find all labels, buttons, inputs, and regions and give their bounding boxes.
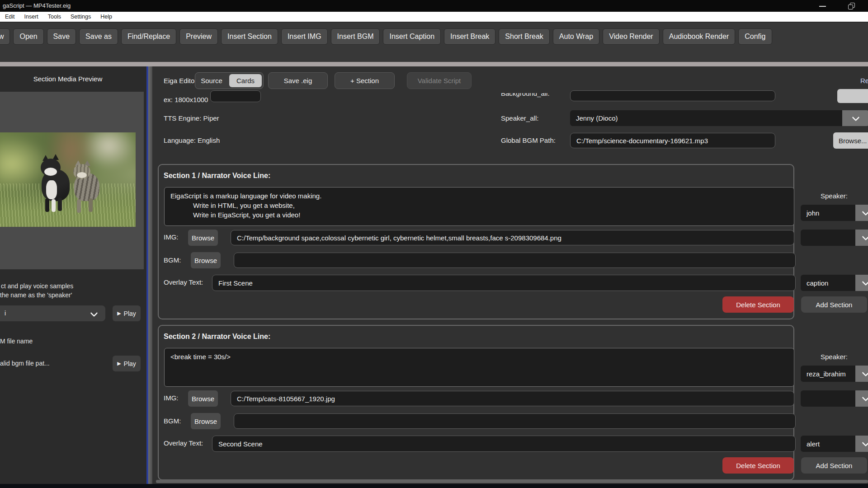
editor-title: Eiga Editor [164,77,197,84]
short-break-button[interactable]: Short Break [499,28,549,45]
chevron-down-icon [862,208,868,216]
voice-play-button[interactable]: ▶ Play [113,305,141,321]
menu-bar: Edit Insert Tools Settings Help [0,12,868,22]
img-fit-select[interactable] [801,390,855,407]
insert-img-button[interactable]: Insert IMG [281,28,328,45]
narrator-voice-textarea[interactable]: EigaScript is a markup language for vide… [164,187,794,226]
menu-item-settings[interactable]: Settings [71,14,91,20]
app-window: gaScript — MP4Tester.eig Edit Insert Too… [0,0,868,488]
bgm-play-label: Play [124,360,136,367]
toolbar: ew Open Save Save as Find/Replace Previe… [0,22,868,62]
bgm-play-button[interactable]: ▶ Play [113,356,141,371]
img-browse-button[interactable]: Browse [188,390,218,407]
overlay-text-input[interactable]: Second Scene [212,436,796,452]
window-title: gaScript — MP4Tester.eig [3,2,71,9]
chevron-down-icon [90,310,98,317]
menu-item-edit[interactable]: Edit [5,14,15,20]
img-browse-button[interactable]: Browse [188,230,218,246]
img-path-input[interactable]: C:/Temp/cats-8105667_1920.jpg [231,391,794,406]
tts-engine-label: TTS Engine: Piper [164,114,219,122]
speaker-all-label: Speaker_all: [501,114,538,122]
bgm-file-path-text: alid bgm file pat... [0,360,50,367]
bgm-path-input[interactable] [234,413,796,429]
overlay-style-select[interactable]: caption [801,275,855,291]
chevron-down-icon [862,278,868,286]
section-preview-image [0,132,136,227]
tab-source[interactable]: Source [195,73,228,89]
bgm-browse-button[interactable]: Browse [191,413,221,429]
minimize-icon[interactable] [819,6,826,7]
right-edge-text-fragment: Re [860,77,868,84]
speaker-select-button[interactable] [855,205,868,221]
insert-bgm-button[interactable]: Insert BGM [331,28,380,45]
new-button[interactable]: ew [0,28,10,45]
menu-item-tools[interactable]: Tools [48,14,61,20]
delete-section-button[interactable]: Delete Section [722,296,794,313]
tab-cards[interactable]: Cards [229,74,262,87]
overlay-style-select-button[interactable] [855,436,868,452]
plus-section-button[interactable]: + Section [335,72,395,89]
menu-item-help[interactable]: Help [100,14,112,20]
add-section-button[interactable]: Add Section [801,457,867,474]
section-header: Section 2 / Narrator Voice Line: [164,333,270,341]
save-eig-button[interactable]: Save .eig [268,72,328,89]
background-all-input[interactable] [570,90,775,101]
add-section-button[interactable]: Add Section [801,296,867,313]
kitten-art [73,160,105,215]
narrator-voice-textarea[interactable]: <break time = 30s/> [164,348,794,387]
img-fit-select-button[interactable] [855,390,868,407]
chevron-down-icon [862,394,868,402]
insert-caption-button[interactable]: Insert Caption [383,28,441,45]
global-bgm-browse-button[interactable]: Browse... [833,132,868,149]
speaker-select[interactable]: john [801,205,855,221]
section-card-1: Section 1 / Narrator Voice Line: EigaScr… [158,164,868,319]
save-button[interactable]: Save [47,28,76,45]
global-bgm-input[interactable]: C:/Temp/science-documentary-169621.mp3 [570,133,775,148]
config-button[interactable]: Config [738,28,772,45]
img-path-input[interactable]: C:/Temp/background space,colossal cybern… [231,230,794,245]
open-button[interactable]: Open [13,28,43,45]
chevron-down-icon [862,439,868,447]
title-bar: gaScript — MP4Tester.eig [0,0,868,12]
overlay-style-select-button[interactable] [855,275,868,291]
auto-wrap-button[interactable]: Auto Wrap [553,28,599,45]
overlay-style-select[interactable]: alert [801,436,855,452]
validate-script-button[interactable]: Validate Script [407,72,472,89]
bgm-browse-button[interactable]: Browse [191,252,221,268]
audiobook-render-button[interactable]: Audiobook Render [663,28,736,45]
chevron-down-icon [862,369,868,377]
insert-section-button[interactable]: Insert Section [221,28,278,45]
kitten-art [40,154,76,215]
overlay-text-input[interactable]: First Scene [212,275,796,291]
menu-item-insert[interactable]: Insert [24,14,38,20]
overlay-text-label: Overlay Text: [164,278,203,286]
play-icon: ▶ [117,310,121,316]
window-bottom-edge [0,484,868,488]
bgm-label: BGM: [164,417,181,425]
view-mode-tabs: Source Cards [195,72,264,89]
find-replace-button[interactable]: Find/Replace [121,28,176,45]
insert-break-button[interactable]: Insert Break [444,28,495,45]
chevron-down-icon [862,233,868,241]
save-as-button[interactable]: Save as [79,28,118,45]
editor-hscrollbar[interactable] [156,480,868,483]
preview-button[interactable]: Preview [179,28,218,45]
resolution-input[interactable] [210,90,261,102]
media-preview-panel [0,92,144,269]
video-render-button[interactable]: Video Render [603,28,660,45]
play-icon: ▶ [117,361,121,366]
background-all-browse-button[interactable] [837,89,868,103]
window-hscrollbar[interactable] [0,62,868,66]
voice-sample-hint-line1: ct and play voice samples [1,282,73,290]
voice-sample-select[interactable]: i [0,305,105,321]
voice-play-label: Play [124,310,136,317]
speaker-all-select[interactable]: Jenny (Dioco) [570,110,842,126]
speaker-all-select-button[interactable] [842,110,868,126]
restore-icon[interactable] [848,3,854,9]
bgm-path-input[interactable] [234,253,796,268]
speaker-select-button[interactable] [855,366,868,382]
img-fit-select-button[interactable] [855,230,868,246]
speaker-select[interactable]: reza_ibrahim [801,366,855,382]
img-fit-select[interactable] [801,230,855,246]
delete-section-button[interactable]: Delete Section [722,457,794,474]
